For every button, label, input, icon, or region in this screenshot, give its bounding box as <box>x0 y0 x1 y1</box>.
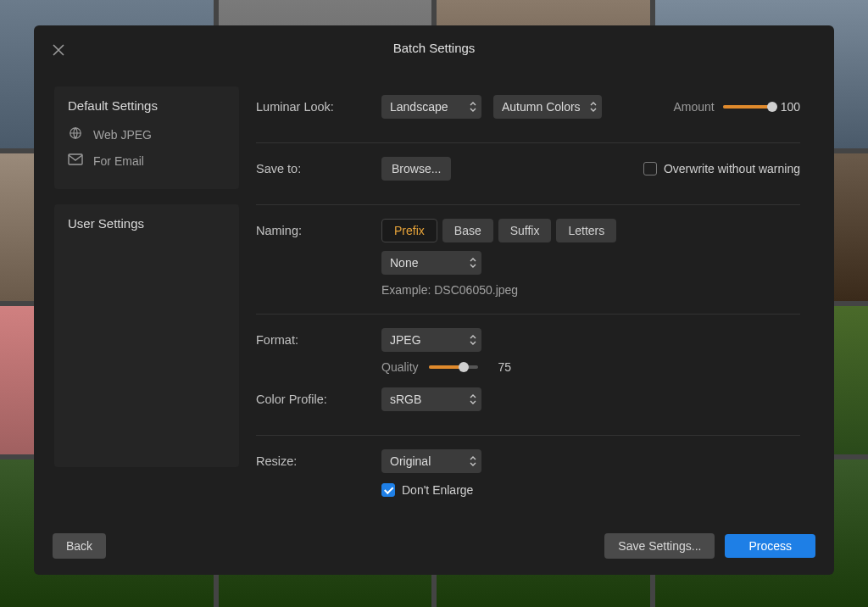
naming-seg-base[interactable]: Base <box>442 219 493 242</box>
svg-rect-1 <box>69 154 82 164</box>
overwrite-checkbox-row[interactable]: Overwrite without warning <box>643 162 800 175</box>
sidebar-item-for-email[interactable]: For Email <box>54 148 239 174</box>
overwrite-checkbox[interactable] <box>643 162 657 175</box>
naming-example: Example: DSC06050.jpeg <box>381 283 800 297</box>
mail-icon <box>68 153 83 169</box>
sidebar-item-label: For Email <box>93 154 144 168</box>
close-button[interactable] <box>53 44 64 56</box>
resize-value: Original <box>390 454 431 468</box>
stepper-arrows-icon <box>469 393 477 406</box>
batch-settings-modal: Batch Settings Default Settings Web JPEG… <box>34 25 834 575</box>
naming-seg-prefix[interactable]: Prefix <box>381 219 437 242</box>
back-button[interactable]: Back <box>53 533 106 559</box>
save-settings-button[interactable]: Save Settings... <box>604 533 715 559</box>
modal-footer: Back Save Settings... Process <box>34 526 834 575</box>
format-label: Format: <box>256 333 381 347</box>
naming-value-select[interactable]: None <box>381 251 481 275</box>
naming-seg-letters[interactable]: Letters <box>556 219 616 242</box>
settings-content: Luminar Look: Landscape Autumn Colors <box>253 70 834 526</box>
color-profile-value: sRGB <box>390 393 421 406</box>
dont-enlarge-checkbox[interactable] <box>381 483 395 497</box>
user-settings-group: User Settings <box>54 204 239 467</box>
amount-label: Amount <box>673 100 714 114</box>
modal-title: Batch Settings <box>393 41 476 55</box>
format-select[interactable]: JPEG <box>381 328 481 352</box>
naming-value: None <box>390 256 418 270</box>
look-variant-select[interactable]: Autumn Colors <box>493 95 602 119</box>
quality-value: 75 <box>498 360 512 374</box>
save-to-label: Save to: <box>256 162 381 175</box>
look-label: Luminar Look: <box>256 100 381 114</box>
dont-enlarge-row[interactable]: Don't Enlarge <box>381 483 800 497</box>
globe-icon <box>68 126 83 142</box>
format-value: JPEG <box>390 333 421 347</box>
resize-select[interactable]: Original <box>381 449 481 473</box>
look-preset-select[interactable]: Landscape <box>381 95 481 119</box>
color-profile-select[interactable]: sRGB <box>381 387 481 411</box>
process-button[interactable]: Process <box>725 534 815 558</box>
sidebar: Default Settings Web JPEG For Email User… <box>34 70 253 526</box>
look-variant-value: Autumn Colors <box>502 100 581 114</box>
stepper-arrows-icon <box>589 100 598 114</box>
stepper-arrows-icon <box>469 333 477 347</box>
amount-slider[interactable] <box>723 105 772 109</box>
stepper-arrows-icon <box>469 454 477 468</box>
default-settings-title: Default Settings <box>54 98 239 121</box>
quality-slider[interactable] <box>429 365 478 369</box>
stepper-arrows-icon <box>469 100 477 114</box>
stepper-arrows-icon <box>469 256 477 270</box>
color-profile-label: Color Profile: <box>256 393 381 406</box>
amount-value: 100 <box>781 100 800 114</box>
default-settings-group: Default Settings Web JPEG For Email <box>54 86 239 189</box>
naming-segmented: Prefix Base Suffix Letters <box>381 219 616 242</box>
sidebar-item-label: Web JPEG <box>93 128 152 142</box>
resize-label: Resize: <box>256 454 381 468</box>
look-preset-value: Landscape <box>390 100 448 114</box>
naming-label: Naming: <box>256 224 381 237</box>
dont-enlarge-label: Don't Enlarge <box>402 483 473 497</box>
quality-label: Quality <box>381 360 419 374</box>
browse-button[interactable]: Browse... <box>381 157 451 181</box>
user-settings-title: User Settings <box>54 216 239 239</box>
naming-seg-suffix[interactable]: Suffix <box>498 219 552 242</box>
overwrite-label: Overwrite without warning <box>664 162 800 175</box>
modal-header: Batch Settings <box>34 25 834 70</box>
sidebar-item-web-jpeg[interactable]: Web JPEG <box>54 121 239 148</box>
